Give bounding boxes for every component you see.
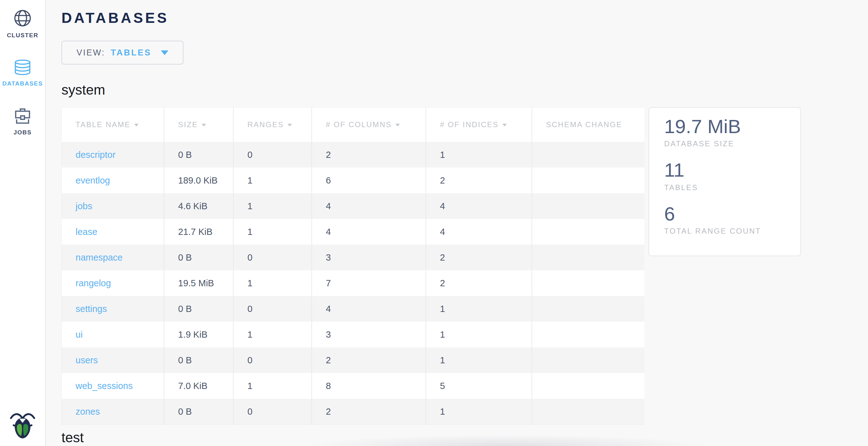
cell-ranges: 1 [233, 322, 312, 347]
column-header-size[interactable]: SIZE [164, 107, 233, 142]
cell-table-name: eventlog [62, 168, 164, 193]
stat-total-range-count: 6 TOTAL RANGE COUNT [664, 203, 791, 236]
cell-size: 0 B [164, 245, 233, 270]
sidebar-item-label: JOBS [13, 129, 32, 136]
cell-columns: 3 [312, 322, 426, 347]
globe-icon [14, 9, 31, 27]
cell-schema-change [532, 270, 644, 296]
cell-schema-change [532, 193, 644, 219]
table-row: rangelog 19.5 MiB 1 7 2 [62, 270, 644, 296]
cell-table-name: descriptor [62, 142, 164, 168]
cell-size: 19.5 MiB [164, 270, 233, 296]
table-name-link[interactable]: web_sessions [75, 381, 133, 391]
table-name-link[interactable]: users [75, 355, 98, 365]
sort-caret-icon [134, 124, 138, 127]
cell-indices: 2 [426, 270, 532, 296]
cell-indices: 5 [426, 373, 532, 399]
cell-ranges: 0 [233, 347, 312, 373]
stat-label: DATABASE SIZE [664, 139, 791, 148]
cell-table-name: namespace [62, 245, 164, 270]
table-name-link[interactable]: descriptor [75, 150, 115, 160]
cell-schema-change [532, 296, 644, 322]
database-section-heading-system: system [61, 82, 868, 98]
cell-columns: 4 [312, 193, 426, 219]
table-row: descriptor 0 B 0 2 1 [62, 142, 644, 168]
cell-indices: 1 [426, 347, 532, 373]
cell-ranges: 1 [233, 270, 312, 296]
cell-schema-change [532, 142, 644, 168]
column-header-columns[interactable]: # OF COLUMNS [312, 107, 426, 142]
column-header-ranges[interactable]: RANGES [233, 107, 312, 142]
table-name-link[interactable]: ui [75, 330, 83, 340]
cell-ranges: 1 [233, 193, 312, 219]
stat-value: 6 [664, 203, 791, 225]
stat-database-size: 19.7 MiB DATABASE SIZE [664, 115, 791, 148]
main-content: DATABASES VIEW: TABLES system TABLE NAME… [46, 0, 868, 446]
table-header-row: TABLE NAME SIZE RANGES # OF COLUMNS # OF… [62, 107, 644, 142]
table-name-link[interactable]: lease [75, 227, 97, 237]
view-selector-dropdown[interactable]: VIEW: TABLES [61, 41, 183, 65]
sidebar-item-label: DATABASES [2, 80, 43, 87]
cell-indices: 1 [426, 322, 532, 347]
table-row: lease 21.7 KiB 1 4 4 [62, 219, 644, 245]
cell-size: 21.7 KiB [164, 219, 233, 245]
cockroach-logo[interactable] [10, 408, 35, 440]
cell-ranges: 1 [233, 168, 312, 193]
cell-columns: 8 [312, 373, 426, 399]
cell-columns: 4 [312, 296, 426, 322]
cell-schema-change [532, 245, 644, 270]
tables-table: TABLE NAME SIZE RANGES # OF COLUMNS # OF… [61, 107, 644, 425]
table-row: namespace 0 B 0 3 2 [62, 245, 644, 270]
table-row: eventlog 189.0 KiB 1 6 2 [62, 168, 644, 193]
sidebar-item-cluster[interactable]: CLUSTER [7, 9, 38, 39]
column-header-table-name[interactable]: TABLE NAME [62, 107, 164, 142]
cell-indices: 1 [426, 296, 532, 322]
sort-caret-icon [287, 124, 292, 127]
sidebar: CLUSTER DATABASES JOBS [0, 0, 46, 446]
sidebar-item-jobs[interactable]: JOBS [13, 108, 32, 136]
cell-table-name: zones [62, 399, 164, 424]
cell-ranges: 0 [233, 142, 312, 168]
cell-ranges: 0 [233, 296, 312, 322]
cell-indices: 2 [426, 245, 532, 270]
table-name-link[interactable]: settings [75, 304, 107, 314]
database-section-heading-test: test [61, 430, 868, 445]
cell-schema-change [532, 322, 644, 347]
cell-table-name: users [62, 347, 164, 373]
stat-label: TOTAL RANGE COUNT [664, 227, 791, 236]
cell-columns: 3 [312, 245, 426, 270]
sidebar-item-databases[interactable]: DATABASES [2, 60, 43, 87]
column-header-schema-change: SCHEMA CHANGE [532, 107, 644, 142]
cell-table-name: settings [62, 296, 164, 322]
cell-ranges: 0 [233, 245, 312, 270]
cell-table-name: rangelog [62, 270, 164, 296]
page-title: DATABASES [61, 9, 868, 26]
cell-columns: 7 [312, 270, 426, 296]
table-name-link[interactable]: namespace [75, 252, 123, 263]
cell-table-name: jobs [62, 193, 164, 219]
cell-columns: 6 [312, 168, 426, 193]
table-row: web_sessions 7.0 KiB 1 8 5 [62, 373, 644, 399]
table-name-link[interactable]: rangelog [75, 278, 111, 288]
cell-schema-change [532, 347, 644, 373]
cell-schema-change [532, 219, 644, 245]
cell-size: 0 B [164, 347, 233, 373]
sort-caret-icon [502, 124, 507, 127]
cell-indices: 2 [426, 168, 532, 193]
cell-ranges: 1 [233, 219, 312, 245]
cell-indices: 1 [426, 399, 532, 424]
stat-value: 11 [664, 159, 791, 181]
caret-down-icon [161, 50, 168, 55]
table-name-link[interactable]: zones [75, 407, 100, 417]
system-section-body: TABLE NAME SIZE RANGES # OF COLUMNS # OF… [61, 107, 868, 425]
cell-table-name: lease [62, 219, 164, 245]
sort-caret-icon [396, 124, 400, 127]
cell-size: 0 B [164, 142, 233, 168]
column-header-indices[interactable]: # OF INDICES [426, 107, 532, 142]
table-name-link[interactable]: jobs [75, 201, 92, 211]
cell-ranges: 0 [233, 399, 312, 424]
table-name-link[interactable]: eventlog [75, 175, 110, 185]
cell-size: 1.9 KiB [164, 322, 233, 347]
stat-value: 19.7 MiB [664, 115, 791, 137]
cell-columns: 2 [312, 399, 426, 424]
